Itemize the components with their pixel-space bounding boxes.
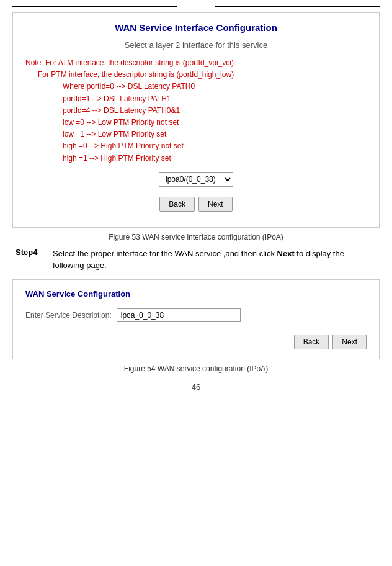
step4-section: Step4 Select the proper interface for th… [12, 248, 380, 272]
notes-section: Note: For ATM interface, the descriptor … [25, 57, 367, 164]
service-desc-input[interactable] [117, 308, 241, 322]
note-line-6: low =0 --> Low PTM Priority not set [63, 117, 367, 128]
top-border [12, 6, 380, 7]
step4-content: Select the proper interface for the WAN … [53, 248, 376, 272]
figure54-next-button[interactable]: Next [332, 335, 367, 349]
page-number: 46 [12, 382, 380, 392]
figure53-title: WAN Service Interface Configuration [25, 22, 367, 33]
figure53-next-button[interactable]: Next [198, 197, 233, 212]
note-line-9: high =1 --> High PTM Priority set [63, 153, 367, 164]
note-line-7: low =1 --> Low PTM Priority set [63, 128, 367, 140]
service-desc-row: Enter Service Description: [25, 308, 367, 322]
figure53-buttons: Back Next [25, 197, 367, 212]
note-line-4: portId=1 --> DSL Latency PATH1 [63, 93, 367, 105]
figure53-back-button[interactable]: Back [159, 197, 195, 212]
border-line-right [215, 6, 380, 7]
step4-text-before: Select the proper interface for the WAN … [53, 249, 277, 258]
note-line-5: portId=4 --> DSL Latency PATH0&1 [63, 105, 367, 117]
note-line-3: Where portId=0 --> DSL Latency PATH0 [63, 81, 367, 92]
note-line-1: Note: For ATM interface, the descriptor … [25, 57, 367, 69]
note-line-8: high =0 --> High PTM Priority not set [63, 140, 367, 152]
figure54-box: WAN Service Configuration Enter Service … [12, 279, 380, 359]
step4-label: Step4 [16, 248, 47, 272]
figure54-title: WAN Service Configuration [25, 289, 367, 299]
figure54-back-button[interactable]: Back [294, 335, 329, 349]
step4-bold: Next [277, 249, 295, 258]
interface-dropdown[interactable]: ipoa0/(0_0_38) [159, 172, 233, 187]
figure53-caption: Figure 53 WAN service interface configur… [12, 233, 380, 241]
note-line-2: For PTM interface, the descriptor string… [38, 69, 367, 81]
figure54-caption: Figure 54 WAN service configuration (IPo… [12, 364, 380, 373]
figure53-box: WAN Service Interface Configuration Sele… [12, 12, 380, 228]
dropdown-row: ipoa0/(0_0_38) [25, 172, 367, 187]
figure53-subtitle: Select a layer 2 interface for this serv… [25, 40, 367, 50]
figure54-buttons: Back Next [25, 335, 367, 349]
page-container: WAN Service Interface Configuration Sele… [0, 0, 392, 404]
service-desc-label: Enter Service Description: [25, 311, 112, 320]
border-line-left [12, 6, 177, 7]
